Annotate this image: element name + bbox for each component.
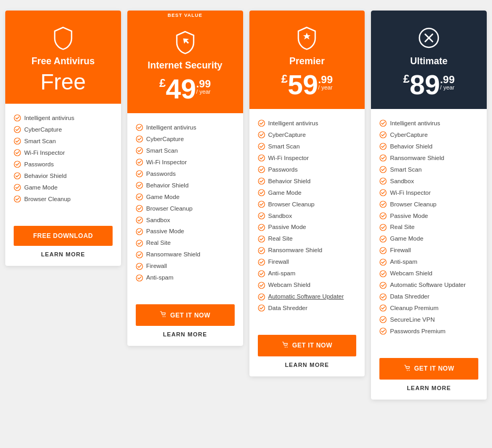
feature-item: Firewall [136, 262, 235, 270]
feature-item: Real Site [258, 235, 357, 243]
feature-item: Game Mode [379, 235, 478, 243]
svg-point-22 [163, 316, 164, 317]
feature-text: Automatic Software Updater [268, 293, 344, 301]
feature-text: Browser Cleanup [390, 201, 436, 208]
check-icon [379, 258, 387, 266]
check-icon [379, 189, 387, 196]
feature-text: Ransomware Shield [268, 246, 323, 254]
primary-btn-ultimate[interactable]: GET IT NOW [379, 358, 478, 380]
feature-item: Automatic Software Updater [258, 293, 357, 301]
price-currency: £ [403, 73, 409, 85]
svg-point-50 [380, 190, 386, 196]
feature-item: Smart Scan [14, 137, 113, 145]
feature-text: Anti-spam [268, 270, 296, 277]
check-icon [258, 293, 265, 301]
svg-point-44 [380, 120, 386, 126]
check-icon [379, 247, 387, 254]
svg-point-8 [136, 124, 143, 131]
check-icon [136, 147, 143, 154]
feature-text: Anti-spam [146, 274, 174, 282]
feature-text: Smart Scan [390, 166, 421, 174]
feature-text: Passwords [146, 170, 176, 178]
plan-header-premier: Premier £ 59 .99 / year [249, 11, 365, 109]
svg-point-21 [136, 275, 143, 281]
check-icon [136, 216, 143, 224]
learn-more-btn-free[interactable]: LEARN MORE [41, 251, 85, 257]
check-icon [258, 258, 265, 266]
x-circle-icon [416, 25, 441, 51]
feature-text: Intelligent antivirus [268, 120, 318, 127]
check-icon [379, 293, 387, 301]
svg-point-57 [380, 271, 386, 277]
feature-item: Passwords [14, 161, 113, 168]
pricing-container: Free Antivirus Free Intelligent antiviru… [5, 11, 487, 400]
feature-item: Anti-spam [258, 270, 357, 277]
check-icon [14, 195, 21, 203]
check-icon [379, 270, 387, 277]
check-icon [258, 235, 265, 243]
svg-point-10 [136, 147, 143, 154]
feature-item: Browser Cleanup [136, 205, 235, 213]
svg-point-42 [287, 346, 288, 347]
check-icon [136, 124, 143, 131]
cart-icon [159, 311, 167, 320]
primary-btn-internet-security[interactable]: GET IT NOW [136, 304, 235, 326]
primary-btn-premier[interactable]: GET IT NOW [258, 335, 357, 356]
check-icon [379, 154, 387, 162]
check-icon [14, 137, 21, 145]
feature-item: Anti-spam [136, 274, 235, 282]
plan-price-ultimate: £ 89 .99 / year [403, 71, 455, 98]
svg-point-9 [136, 136, 143, 142]
svg-point-4 [14, 161, 21, 167]
primary-btn-free[interactable]: FREE DOWNLOAD [14, 226, 113, 246]
feature-item: Real Site [136, 239, 235, 247]
check-icon [258, 143, 265, 150]
feature-item: CyberCapture [14, 126, 113, 134]
feature-text: Game Mode [390, 235, 423, 243]
check-icon [379, 177, 387, 185]
learn-more-btn-ultimate[interactable]: LEARN MORE [407, 385, 451, 391]
price-year: / year [440, 85, 455, 91]
feature-item: CyberCapture [379, 131, 478, 139]
feature-item: Firewall [258, 258, 357, 266]
feature-item: Sandbox [379, 177, 478, 185]
feature-item: Sandbox [136, 216, 235, 224]
price-year: / year [318, 85, 333, 91]
feature-text: Data Shredder [268, 304, 308, 312]
learn-more-btn-premier[interactable]: LEARN MORE [285, 362, 329, 368]
svg-point-64 [409, 370, 410, 371]
feature-item: CyberCapture [258, 131, 357, 139]
feature-item: Webcam Shield [258, 281, 357, 289]
check-icon [379, 120, 387, 127]
svg-point-54 [380, 236, 386, 242]
check-icon [258, 224, 265, 231]
plan-name-internet-security: Internet Security [148, 60, 223, 71]
check-icon [136, 205, 143, 212]
price-main: 49 [166, 75, 196, 103]
check-icon [379, 304, 387, 312]
feature-text: Passwords [268, 166, 298, 174]
feature-item: Anti-spam [379, 258, 478, 266]
feature-text: Browser Cleanup [268, 201, 315, 208]
plan-header-internet-security: Internet Security £ 49 .99 / year [127, 11, 243, 113]
check-icon [14, 114, 21, 122]
plan-name-premier: Premier [289, 56, 325, 67]
check-icon [258, 120, 265, 127]
svg-point-17 [136, 228, 143, 235]
feature-item: Behavior Shield [258, 177, 357, 185]
feature-text: Behavior Shield [390, 143, 433, 151]
feature-text: Intelligent antivirus [390, 120, 440, 127]
feature-text: Wi-Fi Inspector [146, 158, 187, 166]
check-icon [136, 240, 143, 247]
check-icon [258, 212, 265, 220]
svg-point-31 [258, 201, 265, 207]
check-icon [14, 126, 21, 133]
learn-more-btn-internet-security[interactable]: LEARN MORE [163, 331, 207, 337]
card-footer-ultimate: GET IT NOWLEARN MORE [371, 350, 487, 400]
svg-point-12 [136, 171, 143, 177]
check-icon [258, 270, 265, 277]
svg-point-32 [258, 213, 265, 219]
feature-item: Intelligent antivirus [379, 120, 478, 127]
plan-name-ultimate: Ultimate [410, 56, 448, 67]
check-icon [14, 149, 21, 156]
